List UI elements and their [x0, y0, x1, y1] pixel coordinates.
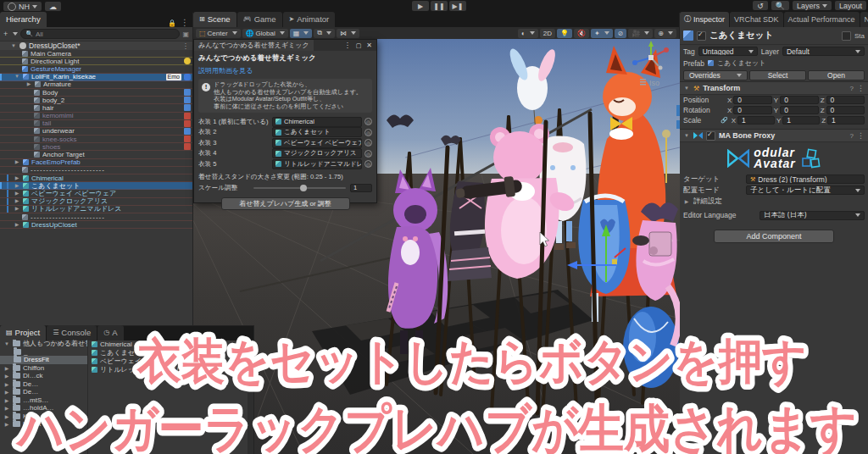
- project-folder[interactable]: ▶LoliFit: [0, 420, 87, 429]
- menu-dots-icon[interactable]: ⋮: [857, 131, 865, 140]
- scrollbar[interactable]: ▲: [248, 340, 253, 454]
- window-menu-icon[interactable]: ⋮: [342, 42, 353, 49]
- account-button[interactable]: NH: [3, 2, 42, 11]
- gizmos-dropdown[interactable]: ⊕: [654, 29, 676, 38]
- object-picker-icon[interactable]: ◎: [364, 118, 372, 125]
- outfit-object-field[interactable]: こあくまセット: [272, 127, 362, 137]
- lock-icon[interactable]: 🔒: [168, 19, 176, 27]
- foldout-closed-icon[interactable]: ▶: [14, 190, 20, 197]
- project-asset[interactable]: Chimerical: [88, 340, 253, 348]
- foldout-closed-icon[interactable]: ▶: [14, 197, 20, 205]
- project-asset[interactable]: こあくまセット: [88, 348, 253, 357]
- scene-audio-button[interactable]: 🔇: [574, 29, 589, 38]
- rotation-z-field[interactable]: 0: [826, 106, 865, 114]
- object-picker-icon[interactable]: ◎: [364, 150, 372, 158]
- rotation-x-field[interactable]: 0: [733, 106, 771, 114]
- kisekae-gimmick-window[interactable]: みんなでつかめる着せ替えギミック ⋮ ▢ ✕ みんなでつかめる着せ替えギミック …: [193, 39, 377, 203]
- transform-component-header[interactable]: ▼ ⚒ Transform ? ⋮: [680, 81, 868, 95]
- object-name[interactable]: こあくまセット: [709, 30, 838, 42]
- foldout-closed-icon[interactable]: ▶: [3, 373, 10, 379]
- position-y-field[interactable]: 0: [780, 96, 818, 104]
- scene-lighting-button[interactable]: 💡: [557, 29, 572, 38]
- step-button[interactable]: ▶❚: [449, 1, 466, 11]
- window-maximize-icon[interactable]: ▢: [353, 42, 364, 49]
- foldout-closed-icon[interactable]: ▶: [14, 182, 20, 190]
- cloud-button[interactable]: ☁: [45, 2, 61, 11]
- project-asset[interactable]: ベビーウェイ ベビーウェア: [88, 357, 253, 365]
- tab-actual-performance[interactable]: Actual Performance: [784, 12, 860, 27]
- foldout-closed-icon[interactable]: ▶: [3, 389, 10, 395]
- window-titlebar[interactable]: みんなでつかめる着せ替えギミック ⋮ ▢ ✕: [194, 40, 376, 51]
- ma-bone-proxy-header[interactable]: ▼ MA Bone Proxy ? ⋮: [680, 129, 868, 142]
- position-x-field[interactable]: 0: [733, 96, 771, 104]
- grid-toggle-button[interactable]: ▦: [290, 29, 313, 38]
- foldout-open-icon[interactable]: ▼: [14, 73, 20, 80]
- scene-root-row[interactable]: ▼ DressUpCloset* ⋮: [0, 42, 192, 50]
- help-icon[interactable]: ?: [850, 85, 854, 92]
- scene-visibility-button[interactable]: ⊘: [615, 29, 627, 38]
- tutorial-video-link[interactable]: 説明用動画を見る: [198, 66, 372, 75]
- pause-button[interactable]: ❚❚: [431, 1, 448, 11]
- outfit-object-field[interactable]: ベビーウェイ ベビーウェア: [272, 138, 362, 148]
- object-picker-icon[interactable]: ◎: [364, 160, 372, 168]
- foldout-open-icon[interactable]: ▼: [683, 133, 690, 138]
- foldout-closed-icon[interactable]: ▶: [14, 221, 20, 229]
- foldout-closed-icon[interactable]: ▶: [14, 174, 20, 182]
- tab-project[interactable]: ▤Project: [0, 325, 46, 340]
- advanced-settings-foldout[interactable]: ▶ 詳細設定: [680, 196, 868, 207]
- tag-dropdown[interactable]: Untagged: [698, 47, 758, 56]
- editor-language-dropdown[interactable]: 日本語 (日本): [760, 211, 865, 220]
- hierarchy-item[interactable]: ▶DressUpCloset: [0, 221, 192, 229]
- rotation-y-field[interactable]: 0: [780, 106, 818, 114]
- add-component-button[interactable]: Add Component: [714, 230, 834, 243]
- object-picker-icon[interactable]: ◎: [364, 139, 372, 147]
- scale-z-field[interactable]: 1: [827, 116, 865, 125]
- tab-inspector[interactable]: ⓘInspector: [680, 12, 729, 27]
- static-checkbox[interactable]: [842, 31, 851, 41]
- project-folder[interactable]: ▼他人もつかめる着せ替え: [0, 340, 87, 348]
- menu-dots-icon[interactable]: ⋮: [181, 18, 189, 27]
- shading-dropdown[interactable]: ◐: [518, 29, 538, 38]
- 2d-toggle-button[interactable]: 2D: [540, 29, 555, 38]
- hierarchy-search-input[interactable]: 🔍 All: [20, 29, 180, 39]
- target-object-field[interactable]: ⚒Dress (2) (Transform): [746, 174, 865, 184]
- snap-toggle-button[interactable]: ⧉: [314, 29, 335, 38]
- menu-dots-icon[interactable]: ⋮: [857, 84, 865, 92]
- orientation-dropdown[interactable]: 🌐Global: [242, 29, 288, 38]
- scale-y-field[interactable]: 1: [782, 116, 820, 125]
- foldout-closed-icon[interactable]: ▶: [25, 80, 32, 88]
- camera-dropdown[interactable]: 🎥: [628, 29, 653, 38]
- layout-dropdown[interactable]: Layout: [835, 1, 866, 10]
- foldout-closed-icon[interactable]: ▶: [14, 205, 20, 213]
- scale-slider[interactable]: [253, 187, 346, 189]
- foldout-closed-icon[interactable]: ▶: [3, 413, 10, 419]
- outfit-object-field[interactable]: Chimerical: [272, 117, 362, 127]
- scale-x-field[interactable]: 1: [737, 116, 775, 125]
- placement-mode-dropdown[interactable]: 子として・ルートに配置: [746, 185, 865, 195]
- tab-animation[interactable]: ◷A: [97, 325, 123, 340]
- prefab-name[interactable]: こあくまセット: [717, 58, 765, 68]
- outfit-object-field[interactable]: リトルレッドアニマルドレス: [272, 159, 362, 169]
- search-button[interactable]: 🔍: [771, 1, 789, 10]
- foldout-open-icon[interactable]: ▼: [3, 341, 10, 346]
- create-plus-icon[interactable]: +: [3, 30, 8, 38]
- scale-value-field[interactable]: 1: [350, 184, 372, 192]
- tab-animator[interactable]: ➤Animator: [283, 12, 336, 27]
- tab-ndmf-console[interactable]: NDMF Cons: [860, 12, 868, 27]
- foldout-open-icon[interactable]: ▼: [683, 86, 690, 91]
- help-icon[interactable]: ?: [850, 132, 854, 140]
- magnet-button[interactable]: ⋈: [337, 29, 359, 38]
- foldout-closed-icon[interactable]: ▶: [3, 381, 10, 387]
- tab-vrchat-sdk[interactable]: VRChat SDK: [730, 12, 783, 27]
- foldout-closed-icon[interactable]: ▶: [3, 405, 10, 411]
- search-options-icon[interactable]: ▣: [182, 30, 189, 38]
- scroll-up-icon[interactable]: ▲: [248, 340, 253, 346]
- scrollbar-thumb[interactable]: [248, 346, 253, 380]
- component-enabled-checkbox[interactable]: [706, 131, 715, 141]
- tab-hierarchy[interactable]: Hierarchy: [0, 12, 47, 27]
- foldout-closed-icon[interactable]: ▶: [14, 158, 20, 166]
- position-z-field[interactable]: 0: [826, 96, 865, 104]
- layer-dropdown[interactable]: Default: [782, 47, 865, 56]
- overrides-dropdown[interactable]: Overrides: [683, 70, 748, 80]
- foldout-open-icon[interactable]: ▼: [10, 43, 17, 48]
